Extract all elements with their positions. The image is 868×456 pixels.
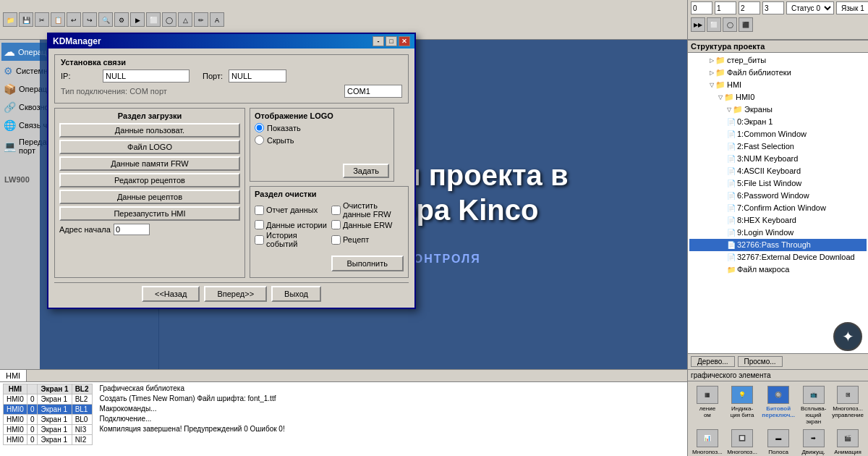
- chk-recipe[interactable]: Рецепт: [331, 231, 404, 248]
- dialog-minimize-btn[interactable]: -: [373, 36, 384, 46]
- topright-row1: Статус 0 Язык 1: [691, 1, 865, 14]
- tree-item-passthrough-32766[interactable]: 📄32766:Pass Through: [689, 239, 867, 251]
- comp-item-moving[interactable]: ➡ Движущ.объект: [798, 428, 829, 456]
- tree-item-macro-file[interactable]: 📁 Файл макроса: [689, 263, 867, 276]
- col-bl: BL2: [72, 384, 92, 394]
- btn-user-data[interactable]: Данные пользоват.: [59, 123, 240, 138]
- table-row[interactable]: HMI00Экран 1NI3: [4, 425, 93, 435]
- status-select[interactable]: Статус 0: [786, 1, 834, 14]
- field-3[interactable]: [762, 1, 784, 14]
- comp-item-scrollbar[interactable]: ▬ Полосапрокрутки: [760, 428, 796, 456]
- btn-recipe-data[interactable]: Данные рецептов: [59, 190, 240, 204]
- chk-history[interactable]: Данные истории: [255, 220, 327, 229]
- toolbar-icon-7[interactable]: 🔍: [98, 12, 113, 27]
- tree-item-num-keyboard[interactable]: 📄 3:NUM Keyboard: [689, 153, 867, 165]
- toolbar-icon-1[interactable]: 📁: [3, 12, 17, 27]
- bottom-tab-hmi[interactable]: HMI: [0, 370, 27, 381]
- conn-type-field[interactable]: [344, 85, 402, 98]
- tree-item-fast-selection[interactable]: 📄 2:Fast Selection: [689, 140, 867, 153]
- dialog-title: KDManager: [53, 36, 101, 46]
- download-section: Раздел загрузки Данные пользоват. Файл L…: [54, 108, 245, 278]
- col-empty: [27, 384, 38, 394]
- table-row[interactable]: HMI00Экран 1BL2: [4, 394, 93, 405]
- toolbar-icon-4[interactable]: 📋: [51, 12, 65, 27]
- toolbar-icon-14[interactable]: A: [210, 12, 224, 27]
- comp-item-animation[interactable]: 🎬 Анимация: [830, 428, 865, 456]
- tree-item-screen0[interactable]: 📄 0:Экран 1: [689, 116, 867, 128]
- comp-item-popup[interactable]: 📺 Всплыва-ющий экран: [798, 384, 829, 426]
- chk-frw[interactable]: Очистить данные FRW: [331, 201, 404, 219]
- comp-item-multipos-sw[interactable]: 🔲 Многопоз...переключ...: [726, 428, 760, 456]
- lang-select[interactable]: Язык 1: [836, 1, 868, 14]
- dialog-close-btn[interactable]: ✕: [399, 36, 410, 46]
- tree-item-common-window[interactable]: 📄 1:Common Window: [689, 128, 867, 140]
- comp-item-multipos-ctrl[interactable]: ⊞ Многопоз...управление: [830, 384, 865, 426]
- comp-item-multipos-ind[interactable]: 📊 Многопоз...индикатор: [691, 428, 724, 456]
- btn-forward[interactable]: Вперед>>: [204, 286, 267, 302]
- field-1[interactable]: [715, 1, 736, 14]
- toolbar-icon-2[interactable]: 💾: [19, 12, 33, 27]
- chk-erw[interactable]: Данные ERW: [331, 220, 404, 229]
- toolbar-icon-11[interactable]: ◯: [162, 12, 176, 27]
- dialog-maximize-btn[interactable]: □: [386, 36, 397, 46]
- tree-item-hmi[interactable]: ▽ 📁 HMI: [689, 79, 867, 91]
- tr-icon-2[interactable]: ⬜: [707, 17, 721, 32]
- field-0[interactable]: [691, 1, 712, 14]
- btn-recipe-editor[interactable]: Редактор рецептов: [59, 173, 240, 187]
- btn-logo-file[interactable]: Файл LOGO: [59, 140, 240, 154]
- tr-icon-3[interactable]: ◯: [723, 17, 737, 32]
- comp-item-indikacia[interactable]: 💡 Индика-ция бита: [726, 384, 760, 426]
- table-row[interactable]: HMI00Экран 1BL1: [4, 405, 93, 415]
- toolbar-icon-5[interactable]: ↩: [67, 12, 81, 27]
- tr-icon-4[interactable]: ⬛: [739, 17, 753, 32]
- tree-item-screens[interactable]: ▽ 📁 Экраны: [689, 104, 867, 116]
- tree-item-hmi0[interactable]: ▽ 📁 HMI0: [689, 91, 867, 104]
- tree-content: ▷ 📁 стер_биты ▷ 📁 Файл библиотеки ▽ 📁 HM…: [688, 53, 868, 277]
- radio-hide[interactable]: Скрыть: [255, 135, 389, 145]
- tree-item-hex-keyboard[interactable]: 📄 8:HEX Keyboard: [689, 214, 867, 227]
- zadati-button[interactable]: Задать: [343, 164, 389, 178]
- toolbar-icon-13[interactable]: ✏: [194, 12, 208, 27]
- chk-events[interactable]: История событий: [255, 231, 327, 248]
- comp-item-1[interactable]: ▦ лениеом: [691, 384, 724, 426]
- toolbar-icon-12[interactable]: △: [178, 12, 192, 27]
- connection-section: Установка связи IP: Порт: Тип подключени…: [54, 54, 409, 104]
- toolbar-icon-6[interactable]: ↪: [82, 12, 97, 27]
- toolbar-icon-3[interactable]: ✂: [35, 12, 49, 27]
- field-2[interactable]: [739, 1, 760, 14]
- btn-frw-memory[interactable]: Данные памяти FRW: [59, 156, 240, 171]
- btn-exit[interactable]: Выход: [271, 286, 321, 302]
- comp-item-bitswitch[interactable]: 🔘 Битовойпереключ...: [760, 384, 796, 426]
- tree-item-ascii-keyboard[interactable]: 📄 4:ASCII Keyboard: [689, 165, 867, 177]
- address-field[interactable]: [114, 224, 150, 235]
- tr-icon-1[interactable]: ▶▶: [691, 17, 705, 32]
- connection-row: IP: Порт:: [61, 69, 402, 83]
- table-row[interactable]: HMI00Экран 1BL0: [4, 415, 93, 425]
- radio-show[interactable]: Показать: [255, 123, 389, 132]
- bottom-right-components: графического элемента ▦ лениеом 💡 Индика…: [687, 369, 868, 456]
- toolbar-icon-9[interactable]: ▶: [130, 12, 145, 27]
- tree-item-login-window[interactable]: 📄 9:Login Window: [689, 227, 867, 239]
- star-button[interactable]: ✦: [833, 322, 862, 351]
- top-right-toolbar: Статус 0 Язык 1 ▶▶ ⬜ ◯ ⬛: [687, 0, 868, 40]
- btn-restart-hmi[interactable]: Перезапустить HMI: [59, 206, 240, 221]
- ip-label: IP:: [61, 72, 97, 80]
- btn-back[interactable]: <<Назад: [142, 286, 200, 302]
- vypolnit-button[interactable]: Выполнить: [331, 256, 404, 271]
- tree-footer-prosmo-btn[interactable]: Просмо...: [738, 356, 783, 367]
- toolbar-icon-10[interactable]: ⬜: [146, 12, 161, 27]
- tree-item-external-device[interactable]: 📄 32767:External Device Download: [689, 251, 867, 263]
- tree-item-password-window[interactable]: 📄 6:Password Window: [689, 190, 867, 202]
- toolbar-icon-8[interactable]: ⚙: [114, 12, 129, 27]
- tree-item-library[interactable]: ▷ 📁 Файл библиотеки: [689, 67, 867, 79]
- tree-item-confirm-action[interactable]: 📄 7:Confirm Action Window: [689, 202, 867, 214]
- tree-item-file-list[interactable]: 📄 5:File List Window: [689, 177, 867, 190]
- ip-field[interactable]: [103, 69, 190, 83]
- tree-footer-tree-btn[interactable]: Дерево...: [691, 356, 735, 367]
- tree-item-sterbity[interactable]: ▷ 📁 стер_биты: [689, 54, 867, 67]
- table-row[interactable]: HMI00Экран 1NI2: [4, 435, 93, 445]
- port-label: Порт:: [203, 72, 223, 80]
- address-row: Адрес начала: [59, 224, 240, 235]
- port-field[interactable]: [229, 69, 286, 83]
- chk-report[interactable]: Отчет данных: [255, 201, 327, 219]
